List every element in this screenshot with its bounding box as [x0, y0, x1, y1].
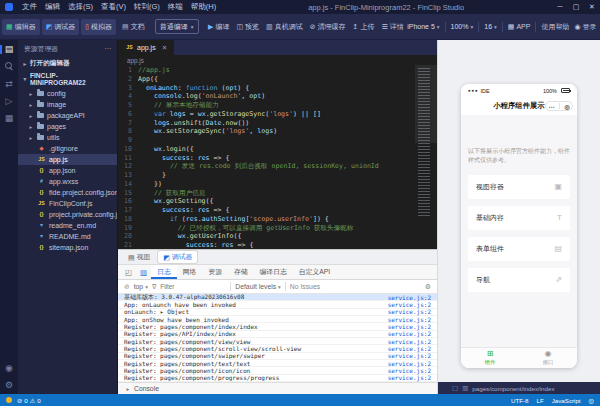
exit-icon[interactable]: ◎ — [564, 103, 569, 110]
log-source-link[interactable]: service.js:2 — [388, 360, 431, 367]
project-section[interactable]: ▾ FINCLIP-MINIPROGRAM22 — [18, 70, 117, 88]
devtools-tab[interactable]: 编译日志 — [254, 265, 293, 279]
clear-cache-button[interactable]: ⊘清理缓存 — [310, 22, 346, 32]
menu-item[interactable]: 文件 — [18, 2, 41, 12]
panel-switch-debugger[interactable]: ◩调试器 — [158, 251, 197, 263]
monitor-icon[interactable]: ▢ — [452, 384, 458, 392]
devtools-tab[interactable]: 自定义API — [293, 265, 336, 279]
compile-mode-select[interactable]: 普通编译 ▾ — [155, 19, 199, 34]
app-button[interactable]: ▦ APP — [508, 23, 531, 30]
menu-item[interactable]: 转到(G) — [130, 2, 164, 12]
clear-console-icon[interactable]: ⊘ — [124, 283, 130, 291]
activity-account-icon[interactable]: ◉ — [0, 364, 18, 373]
open-editors-section[interactable]: ▸ 打开的编辑器 — [18, 57, 117, 70]
upload-button[interactable]: ↥上传 — [353, 22, 375, 32]
login-button[interactable]: ◉ 登录 — [574, 22, 596, 32]
menu-item-basic-content[interactable]: 基础内容T — [468, 206, 570, 230]
log-levels-select[interactable]: Default levels ▾ — [235, 283, 281, 290]
menu-item[interactable]: 帮助(H) — [187, 2, 220, 12]
issues-counter[interactable]: No Issues — [290, 283, 320, 290]
remote-debug-button[interactable]: ▥真机调试 — [266, 22, 303, 32]
tree-folder-config[interactable]: ▸config — [18, 88, 117, 99]
phone-tab-api[interactable]: ◉接口 — [519, 348, 577, 368]
tree-file[interactable]: #app.wxss — [18, 176, 117, 187]
log-source-link[interactable]: service.js:2 — [388, 301, 431, 308]
notifications-icon[interactable]: ◎ — [589, 397, 594, 404]
log-source-link[interactable]: service.js:2 — [388, 352, 431, 359]
tree-file[interactable]: {}sitemap.json — [18, 242, 117, 253]
console-drawer[interactable]: ▸ Console — [118, 382, 437, 394]
capsule-menu[interactable]: ⋯ ◎ — [545, 101, 573, 111]
menu-item[interactable]: 编辑 — [41, 2, 64, 12]
phone-icon[interactable]: ▥ — [462, 384, 468, 392]
log-source-link[interactable]: service.js:2 — [388, 374, 431, 381]
activity-explorer-icon[interactable]: ▤ — [0, 45, 18, 54]
tree-file[interactable]: JSapp.js — [18, 154, 117, 165]
status-item[interactable]: UTF-8 — [511, 397, 529, 404]
log-source-link[interactable]: service.js:2 — [388, 338, 431, 345]
console-log-list[interactable]: 基础库版本: 3.0.47-alpha20230616v08service.js… — [118, 294, 437, 382]
toggle-docs-button[interactable]: ▤文档 — [118, 19, 149, 35]
activity-search-icon[interactable] — [0, 62, 18, 72]
toggle-editor-button[interactable]: ▦编辑器 — [2, 19, 40, 35]
compile-button[interactable]: ▶编译 — [208, 22, 229, 32]
tree-file[interactable]: ◆.gitignore — [18, 143, 117, 154]
activity-debug-icon[interactable]: ▷ — [0, 97, 18, 106]
close-button[interactable]: ✕ — [584, 3, 600, 11]
tree-file[interactable]: {}app.json — [18, 165, 117, 176]
minimap[interactable] — [415, 65, 437, 249]
log-source-link[interactable]: service.js:2 — [388, 294, 431, 301]
preview-button[interactable]: ◫预览 — [236, 22, 259, 32]
problems-indicator[interactable]: ⊘ 0 ⚠ 0 — [17, 397, 41, 404]
maximize-button[interactable]: ▢ — [568, 3, 584, 11]
log-source-link[interactable]: service.js:2 — [388, 323, 431, 330]
menu-item[interactable]: 终端 — [164, 2, 187, 12]
filter-input[interactable] — [160, 283, 226, 290]
tree-folder-packageAPI[interactable]: ▸packageAPI — [18, 110, 117, 121]
tree-file[interactable]: ▼readme_en.md — [18, 220, 117, 231]
log-source-link[interactable]: service.js:2 — [388, 308, 431, 315]
console-settings-icon[interactable]: ⚙ — [425, 283, 431, 291]
close-icon[interactable]: ✕ — [162, 44, 167, 52]
details-button[interactable]: ☰详情 — [381, 22, 403, 32]
devtools-tab[interactable]: 网络 — [177, 265, 203, 279]
more-actions-icon[interactable]: ⋯ — [104, 45, 111, 53]
tree-folder-image[interactable]: ▸image — [18, 99, 117, 110]
devtools-tab[interactable]: 资源 — [202, 265, 228, 279]
log-source-link[interactable]: service.js:2 — [388, 345, 431, 352]
feedback-icon[interactable] — [6, 397, 12, 403]
inspect-icon[interactable]: ◰ — [121, 265, 136, 279]
device-select[interactable]: iPhone 5 ▾ — [407, 23, 439, 30]
toggle-debugger-button[interactable]: ◩调试器 — [42, 19, 80, 35]
tree-file[interactable]: ▼README.md — [18, 231, 117, 242]
breadcrumb[interactable]: app.js — [118, 55, 437, 65]
toggle-simulator-button[interactable]: ▯模拟器 — [81, 19, 116, 35]
menu-item[interactable]: 查看(V) — [97, 2, 130, 12]
menu-item-navigation[interactable]: 导航⇗ — [468, 268, 570, 292]
tree-folder-pages[interactable]: ▸pages — [18, 121, 117, 132]
activity-extensions-icon[interactable]: ▦ — [0, 114, 18, 123]
log-source-link[interactable]: service.js:2 — [388, 316, 431, 323]
code-editor[interactable]: 1//app.js2App({3 onLaunch: function (opt… — [118, 65, 437, 249]
menu-item[interactable]: 选择(S) — [64, 2, 97, 12]
phone-tab-components[interactable]: ⊞组件 — [461, 348, 519, 368]
menu-item-form[interactable]: 表单组件▤ — [468, 237, 570, 261]
tree-folder-utils[interactable]: ▸utils — [18, 132, 117, 143]
context-select[interactable]: top ▾ — [134, 283, 148, 290]
tab-app-js[interactable]: JS app.js ✕ — [118, 40, 174, 55]
status-item[interactable]: LF — [536, 397, 543, 404]
menu-item-view-container[interactable]: 视图容器▣ — [468, 175, 570, 199]
device-toolbar-icon[interactable]: ▥ — [136, 265, 151, 279]
panel-switch-views[interactable]: ▤视图 — [123, 251, 155, 263]
more-icon[interactable]: ⋯ — [548, 103, 554, 110]
status-item[interactable]: JavaScript — [552, 397, 581, 404]
tree-file[interactable]: {}fide.project.config.json — [18, 187, 117, 198]
log-source-link[interactable]: service.js:2 — [388, 330, 431, 337]
log-source-link[interactable]: service.js:2 — [388, 367, 431, 374]
console-log-row[interactable]: Register: pages/component/progress/progr… — [118, 375, 437, 382]
activity-settings-icon[interactable]: ⚙ — [0, 381, 18, 390]
tree-file[interactable]: {}project.private.config.json — [18, 209, 117, 220]
tree-file[interactable]: JSFinClipConf.js — [18, 198, 117, 209]
minimize-button[interactable]: ─ — [552, 3, 568, 11]
activity-source-control-icon[interactable]: ⇄ — [0, 80, 18, 89]
